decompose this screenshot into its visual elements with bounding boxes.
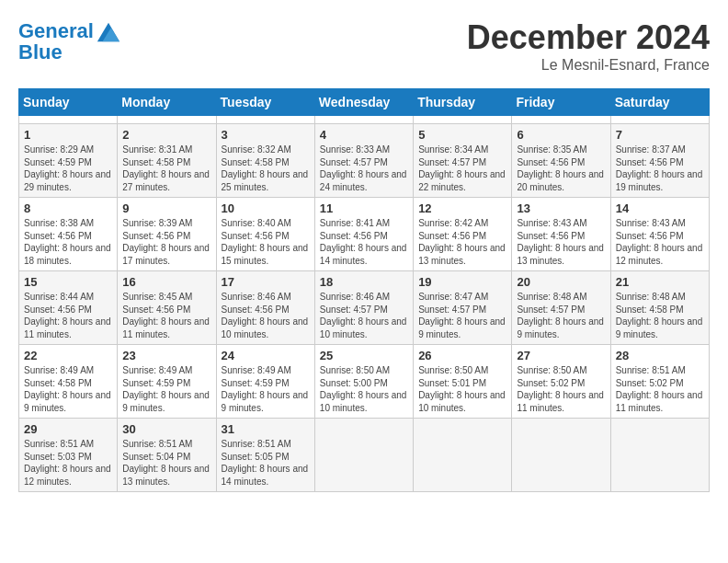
calendar-cell: 18 Sunrise: 8:46 AM Sunset: 4:57 PM Dayl… [314, 271, 413, 345]
calendar-cell: 4 Sunrise: 8:33 AM Sunset: 4:57 PM Dayli… [314, 124, 413, 198]
calendar-cell: 25 Sunrise: 8:50 AM Sunset: 5:00 PM Dayl… [314, 345, 413, 419]
calendar-cell [610, 116, 709, 124]
day-number: 1 [24, 128, 112, 142]
cell-content: Sunrise: 8:33 AM Sunset: 4:57 PM Dayligh… [320, 144, 408, 193]
cell-content: Sunrise: 8:31 AM Sunset: 4:58 PM Dayligh… [122, 144, 210, 193]
cell-content: Sunrise: 8:32 AM Sunset: 4:58 PM Dayligh… [222, 144, 310, 193]
day-number: 16 [122, 275, 210, 289]
cell-content: Sunrise: 8:41 AM Sunset: 4:56 PM Dayligh… [320, 217, 408, 267]
calendar-cell: 23 Sunrise: 8:49 AM Sunset: 4:59 PM Dayl… [118, 345, 216, 419]
day-number: 22 [24, 349, 112, 362]
day-number: 6 [517, 128, 605, 142]
cell-content: Sunrise: 8:43 AM Sunset: 4:56 PM Dayligh… [616, 217, 704, 267]
calendar-cell: 15 Sunrise: 8:44 AM Sunset: 4:56 PM Dayl… [19, 271, 118, 345]
calendar-cell: 10 Sunrise: 8:40 AM Sunset: 4:56 PM Dayl… [216, 198, 314, 271]
calendar-cell: 20 Sunrise: 8:48 AM Sunset: 4:57 PM Dayl… [512, 271, 610, 345]
cell-content: Sunrise: 8:47 AM Sunset: 4:57 PM Dayligh… [418, 291, 506, 340]
calendar-cell: 2 Sunrise: 8:31 AM Sunset: 4:58 PM Dayli… [118, 124, 216, 198]
cell-content: Sunrise: 8:48 AM Sunset: 4:58 PM Dayligh… [616, 291, 704, 340]
day-number: 12 [418, 201, 506, 215]
calendar-cell [414, 419, 512, 492]
calendar-header-row: SundayMondayTuesdayWednesdayThursdayFrid… [19, 89, 710, 116]
day-number: 28 [616, 349, 704, 362]
cell-content: Sunrise: 8:39 AM Sunset: 4:56 PM Dayligh… [122, 217, 210, 267]
calendar-cell [19, 116, 118, 124]
cell-content: Sunrise: 8:42 AM Sunset: 4:56 PM Dayligh… [418, 217, 506, 267]
cell-content: Sunrise: 8:49 AM Sunset: 4:59 PM Dayligh… [122, 364, 210, 414]
calendar-cell [216, 116, 314, 124]
day-number: 18 [320, 275, 408, 289]
cell-content: Sunrise: 8:45 AM Sunset: 4:56 PM Dayligh… [122, 291, 210, 340]
calendar-cell: 22 Sunrise: 8:49 AM Sunset: 4:58 PM Dayl… [19, 345, 118, 419]
calendar-cell: 31 Sunrise: 8:51 AM Sunset: 5:05 PM Dayl… [216, 419, 314, 492]
logo-icon [96, 18, 121, 44]
day-header-tuesday: Tuesday [216, 89, 314, 116]
cell-content: Sunrise: 8:38 AM Sunset: 4:56 PM Dayligh… [24, 217, 112, 267]
calendar-cell [610, 419, 709, 492]
calendar-table: SundayMondayTuesdayWednesdayThursdayFrid… [18, 88, 710, 492]
calendar-cell: 29 Sunrise: 8:51 AM Sunset: 5:03 PM Dayl… [19, 419, 118, 492]
logo: General Blue [18, 18, 121, 64]
cell-content: Sunrise: 8:51 AM Sunset: 5:05 PM Dayligh… [222, 438, 310, 488]
cell-content: Sunrise: 8:49 AM Sunset: 4:59 PM Dayligh… [222, 364, 310, 414]
calendar-week-3: 15 Sunrise: 8:44 AM Sunset: 4:56 PM Dayl… [19, 271, 710, 345]
calendar-cell: 13 Sunrise: 8:43 AM Sunset: 4:56 PM Dayl… [512, 198, 610, 271]
calendar-cell [512, 419, 610, 492]
calendar-week-1: 1 Sunrise: 8:29 AM Sunset: 4:59 PM Dayli… [19, 124, 710, 198]
day-number: 25 [320, 349, 408, 362]
day-number: 5 [418, 128, 506, 142]
day-number: 15 [24, 275, 112, 289]
calendar-cell: 5 Sunrise: 8:34 AM Sunset: 4:57 PM Dayli… [414, 124, 512, 198]
day-header-friday: Friday [512, 89, 610, 116]
calendar-cell: 30 Sunrise: 8:51 AM Sunset: 5:04 PM Dayl… [118, 419, 216, 492]
calendar-cell: 6 Sunrise: 8:35 AM Sunset: 4:56 PM Dayli… [512, 124, 610, 198]
cell-content: Sunrise: 8:50 AM Sunset: 5:00 PM Dayligh… [320, 364, 408, 414]
calendar-cell: 7 Sunrise: 8:37 AM Sunset: 4:56 PM Dayli… [610, 124, 709, 198]
day-number: 26 [418, 349, 506, 362]
day-header-wednesday: Wednesday [314, 89, 413, 116]
day-number: 21 [616, 275, 704, 289]
calendar-cell [314, 116, 413, 124]
calendar-week-0 [19, 116, 710, 124]
day-number: 19 [418, 275, 506, 289]
day-number: 9 [122, 201, 210, 215]
calendar-cell: 16 Sunrise: 8:45 AM Sunset: 4:56 PM Dayl… [118, 271, 216, 345]
day-number: 7 [616, 128, 704, 142]
page-header: General Blue December 2024 Le Mesnil-Esn… [18, 18, 710, 74]
calendar-cell: 21 Sunrise: 8:48 AM Sunset: 4:58 PM Dayl… [610, 271, 709, 345]
cell-content: Sunrise: 8:40 AM Sunset: 4:56 PM Dayligh… [222, 217, 310, 267]
day-header-thursday: Thursday [414, 89, 512, 116]
day-number: 4 [320, 128, 408, 142]
day-number: 14 [616, 201, 704, 215]
calendar-cell: 11 Sunrise: 8:41 AM Sunset: 4:56 PM Dayl… [314, 198, 413, 271]
day-number: 8 [24, 201, 112, 215]
day-header-saturday: Saturday [610, 89, 709, 116]
calendar-cell: 1 Sunrise: 8:29 AM Sunset: 4:59 PM Dayli… [19, 124, 118, 198]
day-number: 24 [222, 349, 310, 362]
calendar-cell: 28 Sunrise: 8:51 AM Sunset: 5:02 PM Dayl… [610, 345, 709, 419]
day-number: 31 [222, 422, 310, 436]
day-number: 29 [24, 422, 112, 436]
cell-content: Sunrise: 8:46 AM Sunset: 4:56 PM Dayligh… [222, 291, 310, 340]
location: Le Mesnil-Esnard, France [467, 57, 710, 74]
cell-content: Sunrise: 8:46 AM Sunset: 4:57 PM Dayligh… [320, 291, 408, 340]
calendar-cell: 26 Sunrise: 8:50 AM Sunset: 5:01 PM Dayl… [414, 345, 512, 419]
cell-content: Sunrise: 8:44 AM Sunset: 4:56 PM Dayligh… [24, 291, 112, 340]
calendar-cell: 17 Sunrise: 8:46 AM Sunset: 4:56 PM Dayl… [216, 271, 314, 345]
day-number: 2 [122, 128, 210, 142]
day-number: 30 [122, 422, 210, 436]
cell-content: Sunrise: 8:34 AM Sunset: 4:57 PM Dayligh… [418, 144, 506, 193]
calendar-week-2: 8 Sunrise: 8:38 AM Sunset: 4:56 PM Dayli… [19, 198, 710, 271]
month-title: December 2024 [467, 18, 710, 57]
cell-content: Sunrise: 8:51 AM Sunset: 5:03 PM Dayligh… [24, 438, 112, 488]
cell-content: Sunrise: 8:35 AM Sunset: 4:56 PM Dayligh… [517, 144, 605, 193]
day-number: 20 [517, 275, 605, 289]
day-number: 11 [320, 201, 408, 215]
calendar-week-5: 29 Sunrise: 8:51 AM Sunset: 5:03 PM Dayl… [19, 419, 710, 492]
logo-text: General [18, 20, 94, 42]
day-header-sunday: Sunday [19, 89, 118, 116]
cell-content: Sunrise: 8:37 AM Sunset: 4:56 PM Dayligh… [616, 144, 704, 193]
calendar-cell: 8 Sunrise: 8:38 AM Sunset: 4:56 PM Dayli… [19, 198, 118, 271]
title-block: December 2024 Le Mesnil-Esnard, France [467, 18, 710, 74]
day-number: 17 [222, 275, 310, 289]
